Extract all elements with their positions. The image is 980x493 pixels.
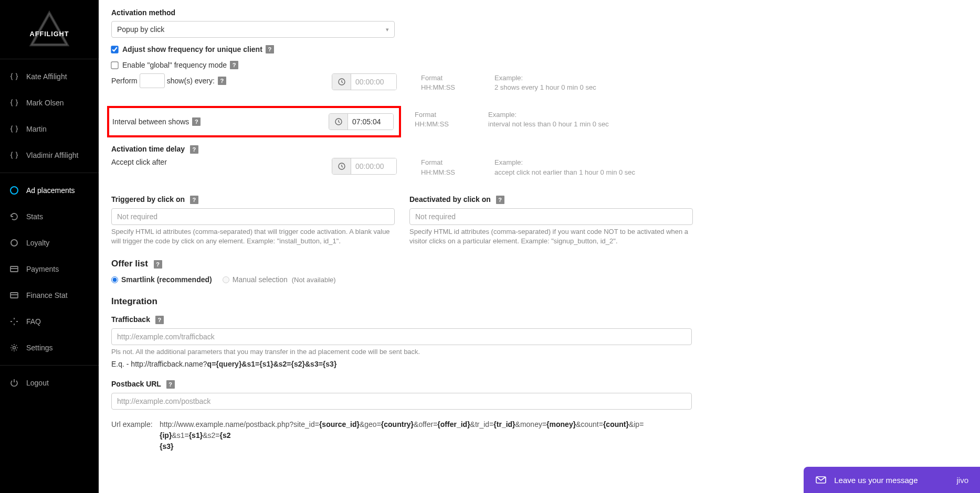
perform-count-input[interactable]: [140, 73, 165, 88]
sidebar-user-item[interactable]: Kate Affilight: [0, 63, 99, 90]
postback-label: Postback URL: [111, 380, 161, 388]
chat-widget[interactable]: Leave us your message jivo: [804, 467, 980, 473]
sidebar-item-logout[interactable]: Logout: [0, 370, 99, 396]
trafficback-eq-prefix: E.q. - http://trafficback.name?: [111, 360, 207, 368]
help-icon[interactable]: ?: [230, 61, 238, 69]
sidebar-item-label: Finance Stat: [26, 291, 68, 299]
braces-icon: [9, 98, 19, 108]
sidebar-item-settings[interactable]: Settings: [0, 335, 99, 361]
postback-input[interactable]: [111, 393, 692, 410]
example-text: interval not less than 0 hour 1 min 0 se…: [488, 120, 821, 129]
sidebar-item-faq[interactable]: FAQ: [0, 308, 99, 335]
svg-rect-4: [10, 266, 18, 272]
smartlink-radio[interactable]: [111, 276, 118, 283]
accept-click-time-input[interactable]: [332, 158, 397, 175]
select-value: Popup by click: [117, 25, 164, 34]
triggered-help-text: Specify HTML id attributes (comma-separa…: [111, 227, 395, 246]
deactivated-input[interactable]: [409, 208, 693, 225]
url-example-label: Url example:: [111, 419, 160, 452]
activation-method-select[interactable]: Popup by click ▾: [111, 21, 395, 38]
help-icon[interactable]: ?: [266, 45, 274, 53]
example-label: Example:: [494, 158, 821, 167]
format-value: HH:MM:SS: [421, 83, 494, 92]
format-label: Format: [421, 158, 494, 167]
smartlink-radio-label[interactable]: Smartlink (recommended): [111, 275, 212, 284]
perform-prefix: Perform: [111, 77, 138, 85]
sidebar-item-label: Payments: [26, 265, 59, 273]
sidebar-user-item[interactable]: Vladimir Affilight: [0, 142, 99, 168]
sidebar-item-finance-stat[interactable]: Finance Stat: [0, 282, 99, 308]
manual-radio: [223, 276, 229, 283]
power-icon: [9, 378, 19, 388]
sidebar-item-stats[interactable]: Stats: [0, 203, 99, 230]
sidebar-item-label: Mark Olsen: [26, 99, 64, 107]
help-icon[interactable]: ?: [218, 77, 226, 85]
braces-icon: [9, 151, 19, 160]
svg-point-8: [13, 347, 16, 349]
braces-icon: [9, 124, 19, 134]
not-available-text: (Not available): [292, 276, 336, 284]
interval-time-input[interactable]: [329, 113, 394, 130]
adjust-frequency-checkbox[interactable]: [111, 46, 118, 53]
sidebar-item-loyalty[interactable]: Loyalty: [0, 230, 99, 256]
perform-suffix: show(s) every:: [167, 77, 215, 85]
sidebar-item-label: Kate Affilight: [26, 72, 67, 81]
sidebar-item-label: FAQ: [26, 317, 41, 326]
sidebar-user-item[interactable]: Mark Olsen: [0, 90, 99, 116]
logo-text: AFFILIGHT: [30, 30, 69, 38]
refresh-icon: [9, 212, 19, 221]
smartlink-text: Smartlink (recommended): [121, 275, 212, 284]
interval-time-field[interactable]: [348, 114, 393, 130]
format-value: HH:MM:SS: [415, 120, 488, 129]
clock-icon: [332, 74, 351, 90]
activation-method-label: Activation method: [111, 8, 821, 17]
manual-radio-label[interactable]: Manual selection: [223, 275, 288, 284]
help-icon[interactable]: ?: [166, 380, 175, 389]
triggered-label: Triggered by click on: [111, 195, 185, 203]
sidebar-item-label: Ad placements: [26, 186, 75, 195]
sidebar-item-ad-placements[interactable]: Ad placements: [0, 177, 99, 203]
clock-icon: [329, 114, 348, 130]
chevron-down-icon: ▾: [386, 26, 389, 33]
help-icon[interactable]: ?: [154, 260, 162, 269]
help-icon[interactable]: ?: [192, 117, 201, 126]
interval-highlight: Interval between shows ?: [107, 106, 401, 137]
help-icon[interactable]: ?: [155, 316, 164, 324]
clock-icon: [332, 158, 351, 174]
sidebar-item-label: Martin: [26, 125, 47, 133]
help-icon[interactable]: ?: [190, 145, 198, 154]
gear-icon: [9, 343, 19, 352]
accept-click-time-field[interactable]: [351, 158, 396, 174]
sidebar-item-label: Stats: [26, 212, 43, 221]
offer-list-title: Offer list: [111, 259, 148, 269]
crosshair-icon: [9, 317, 19, 326]
svg-marker-0: [31, 13, 67, 45]
perform-time-input[interactable]: [332, 73, 397, 90]
sidebar-item-label: Vladimir Affilight: [26, 151, 78, 159]
sidebar: AFFILIGHT Kate Affilight Mark Olsen Mart…: [0, 0, 99, 473]
example-text: accept click not earlier than 1 hour 0 m…: [494, 168, 821, 177]
triggered-input[interactable]: [111, 208, 395, 225]
global-frequency-label: Enable "global" frequency mode: [122, 61, 227, 69]
logo: AFFILIGHT: [0, 0, 99, 59]
help-icon[interactable]: ?: [190, 196, 198, 204]
global-frequency-checkbox[interactable]: [111, 61, 118, 69]
perform-time-field[interactable]: [351, 74, 396, 90]
integration-title: Integration: [111, 296, 821, 307]
svg-point-3: [11, 240, 17, 246]
target-icon: [9, 186, 19, 195]
sidebar-user-item[interactable]: Martin: [0, 116, 99, 142]
example-label: Example:: [494, 73, 821, 83]
manual-text: Manual selection: [233, 275, 288, 284]
card-icon: [9, 264, 19, 274]
sidebar-item-payments[interactable]: Payments: [0, 256, 99, 282]
interval-label: Interval between shows: [112, 117, 189, 126]
adjust-frequency-label: Adjust show frequency for unique client: [122, 45, 262, 53]
format-label: Format: [421, 73, 494, 83]
accept-click-label: Accept click after: [111, 158, 167, 166]
braces-icon: [9, 72, 19, 81]
url-example-value: http://www.example.name/postback.php?sit…: [160, 419, 663, 452]
sidebar-item-label: Settings: [26, 344, 53, 352]
trafficback-input[interactable]: [111, 328, 692, 345]
help-icon[interactable]: ?: [496, 196, 504, 204]
